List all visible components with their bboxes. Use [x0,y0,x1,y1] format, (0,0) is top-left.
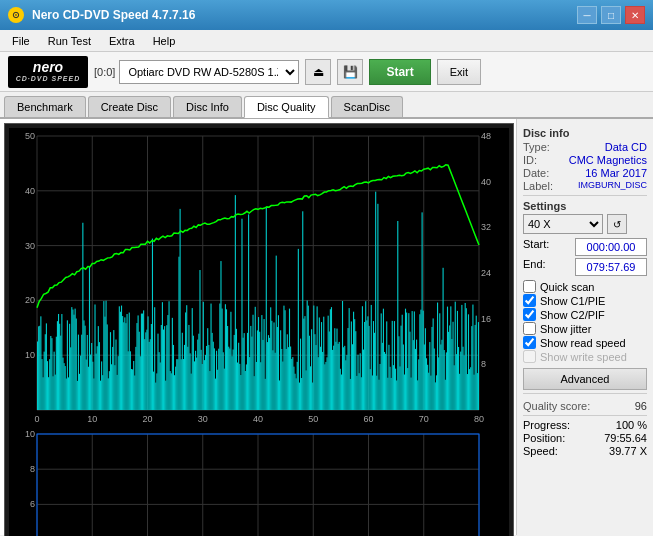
app-title: Nero CD-DVD Speed 4.7.7.16 [32,8,195,22]
disc-date-label: Date: [523,167,549,179]
show-c1pie-checkbox[interactable] [523,294,536,307]
minimize-button[interactable]: ─ [577,6,597,24]
show-write-speed-row: Show write speed [523,350,647,363]
nero-logo: nero CD·DVD SPEED [8,56,88,88]
show-write-speed-label: Show write speed [540,351,627,363]
start-row: Start: [523,238,647,256]
speed-row: 40 X Max 32 X 24 X 16 X 8 X 4 X ↺ [523,214,647,234]
menu-help[interactable]: Help [145,33,184,49]
show-read-speed-row: Show read speed [523,336,647,349]
disc-id-label: ID: [523,154,537,166]
menu-bar: File Run Test Extra Help [0,30,653,52]
divider3 [523,415,647,416]
start-button[interactable]: Start [369,59,430,85]
position-label: Position: [523,432,565,444]
quality-label: Quality score: [523,400,590,412]
title-bar-left: ⊙ Nero CD-DVD Speed 4.7.7.16 [8,7,195,23]
save-button[interactable]: 💾 [337,59,363,85]
disc-type-row: Type: Data CD [523,141,647,153]
end-label: End: [523,258,546,276]
progress-row: Progress: 100 % [523,419,647,431]
speed-row-progress: Speed: 39.77 X [523,445,647,457]
eject-button[interactable]: ⏏ [305,59,331,85]
start-input[interactable] [575,238,647,256]
drive-select[interactable]: Optiarc DVD RW AD-5280S 1.Z8 [119,60,299,84]
title-controls[interactable]: ─ □ ✕ [577,6,645,24]
drive-label: [0:0] [94,66,115,78]
exit-button[interactable]: Exit [437,59,481,85]
quick-scan-row: Quick scan [523,280,647,293]
show-c2pif-checkbox[interactable] [523,308,536,321]
settings-title: Settings [523,200,647,212]
disc-id-value: CMC Magnetics [569,154,647,166]
tab-disc-info[interactable]: Disc Info [173,96,242,117]
top-chart [9,128,509,428]
charts-column: C1 Errors Average: 3.74 Maximum: 26 Tota… [0,119,516,535]
start-label: Start: [523,238,549,256]
charts-area [4,123,514,536]
main-content: C1 Errors Average: 3.74 Maximum: 26 Tota… [0,119,653,535]
speed-select[interactable]: 40 X Max 32 X 24 X 16 X 8 X 4 X [523,214,603,234]
disc-label-row: Label: IMGBURN_DISC [523,180,647,192]
bottom-chart [9,428,509,536]
tab-benchmark[interactable]: Benchmark [4,96,86,117]
disc-date-value: 16 Mar 2017 [585,167,647,179]
quick-scan-label: Quick scan [540,281,594,293]
menu-extra[interactable]: Extra [101,33,143,49]
progress-value: 100 % [616,419,647,431]
disc-date-row: Date: 16 Mar 2017 [523,167,647,179]
advanced-button[interactable]: Advanced [523,368,647,390]
position-row: Position: 79:55.64 [523,432,647,444]
disc-type-value: Data CD [605,141,647,153]
title-bar: ⊙ Nero CD-DVD Speed 4.7.7.16 ─ □ ✕ [0,0,653,30]
tab-disc-quality[interactable]: Disc Quality [244,96,329,118]
show-jitter-checkbox[interactable] [523,322,536,335]
disc-type-label: Type: [523,141,550,153]
show-c2pif-label: Show C2/PIF [540,309,605,321]
close-button[interactable]: ✕ [625,6,645,24]
quick-scan-checkbox[interactable] [523,280,536,293]
disc-label-value: IMGBURN_DISC [578,180,647,192]
menu-file[interactable]: File [4,33,38,49]
tabs: Benchmark Create Disc Disc Info Disc Qua… [0,92,653,119]
disc-label-label: Label: [523,180,553,192]
tab-create-disc[interactable]: Create Disc [88,96,171,117]
show-jitter-row: Show jitter [523,322,647,335]
right-panel: Disc info Type: Data CD ID: CMC Magnetic… [516,119,653,535]
divider1 [523,195,647,196]
drive-selector: [0:0] Optiarc DVD RW AD-5280S 1.Z8 [94,60,299,84]
refresh-button[interactable]: ↺ [607,214,627,234]
toolbar: nero CD·DVD SPEED [0:0] Optiarc DVD RW A… [0,52,653,92]
speed-value: 39.77 X [609,445,647,457]
show-c1pie-label: Show C1/PIE [540,295,605,307]
show-c2pif-row: Show C2/PIF [523,308,647,321]
show-jitter-label: Show jitter [540,323,591,335]
disc-info-title: Disc info [523,127,647,139]
progress-label: Progress: [523,419,570,431]
menu-run-test[interactable]: Run Test [40,33,99,49]
show-write-speed-checkbox[interactable] [523,350,536,363]
divider2 [523,393,647,394]
app-icon: ⊙ [8,7,24,23]
tab-scandisc[interactable]: ScanDisc [331,96,403,117]
quality-value: 96 [635,400,647,412]
position-value: 79:55.64 [604,432,647,444]
speed-label: Speed: [523,445,558,457]
checkboxes: Quick scan Show C1/PIE Show C2/PIF Show … [523,280,647,363]
end-row: End: [523,258,647,276]
end-input[interactable] [575,258,647,276]
maximize-button[interactable]: □ [601,6,621,24]
show-read-speed-label: Show read speed [540,337,626,349]
show-read-speed-checkbox[interactable] [523,336,536,349]
show-c1pie-row: Show C1/PIE [523,294,647,307]
disc-id-row: ID: CMC Magnetics [523,154,647,166]
quality-row: Quality score: 96 [523,400,647,412]
